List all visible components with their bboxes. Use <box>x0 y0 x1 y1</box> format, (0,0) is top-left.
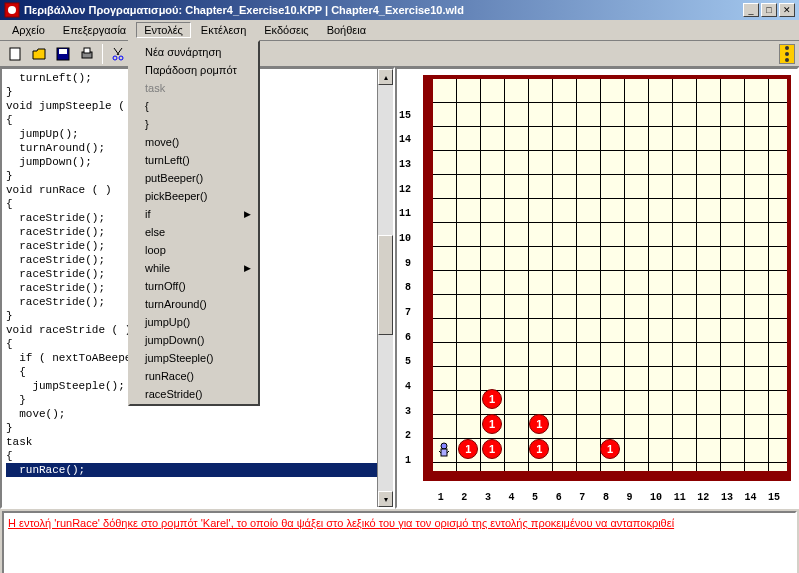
close-button[interactable]: ✕ <box>779 3 795 17</box>
scroll-down-button[interactable]: ▾ <box>378 491 393 507</box>
dropdown-item-task: task <box>131 79 257 97</box>
x-axis-label: 8 <box>603 492 609 503</box>
y-axis-label: 12 <box>399 184 411 195</box>
stoplight-icon <box>779 44 795 64</box>
robot-icon <box>435 441 453 459</box>
dropdown-item-else[interactable]: else <box>131 223 257 241</box>
svg-rect-4 <box>59 49 67 54</box>
app-icon <box>4 2 20 18</box>
menu-edit[interactable]: Επεξεργασία <box>55 22 134 38</box>
world-view[interactable]: 1111111 12345678910111213141512345678910… <box>395 67 799 509</box>
svg-point-1 <box>8 6 16 14</box>
x-axis-label: 5 <box>532 492 538 503</box>
grid-area: 1111111 <box>423 75 791 481</box>
status-panel: Η εντολή 'runRace' δόθηκε στο ρομπότ 'Ka… <box>2 511 797 573</box>
dropdown-item-if[interactable]: if▶ <box>131 205 257 223</box>
window-controls: _ □ ✕ <box>743 3 795 17</box>
x-axis-label: 15 <box>768 492 780 503</box>
x-axis-label: 2 <box>461 492 467 503</box>
menubar: Αρχείο Επεξεργασία Εντολές Εκτέλεση Εκδό… <box>0 20 799 41</box>
x-axis-label: 12 <box>697 492 709 503</box>
scroll-thumb[interactable] <box>378 235 393 335</box>
menu-commands[interactable]: Εντολές <box>136 22 191 38</box>
status-text: Η εντολή 'runRace' δόθηκε στο ρομπότ 'Ka… <box>8 517 674 529</box>
dropdown-item-racestride[interactable]: raceStride() <box>131 385 257 403</box>
x-axis-label: 11 <box>674 492 686 503</box>
dropdown-item-turnleft[interactable]: turnLeft() <box>131 151 257 169</box>
open-button[interactable] <box>28 43 50 65</box>
y-axis-label: 5 <box>405 356 411 367</box>
x-axis-label: 14 <box>745 492 757 503</box>
dropdown-item-[interactable]: Νέα συνάρτηση <box>131 43 257 61</box>
code-line[interactable]: { <box>6 449 389 463</box>
y-axis-label: 1 <box>405 455 411 466</box>
dropdown-item-pickbeeper[interactable]: pickBeeper() <box>131 187 257 205</box>
code-line[interactable]: task <box>6 435 389 449</box>
submenu-arrow-icon: ▶ <box>244 209 251 219</box>
titlebar-text: Περιβάλλον Προγραματισμού: Chapter4_Exer… <box>24 4 743 16</box>
y-axis-label: 11 <box>399 208 411 219</box>
cut-button[interactable] <box>107 43 129 65</box>
dropdown-item-putbeeper[interactable]: putBeeper() <box>131 169 257 187</box>
print-button[interactable] <box>76 43 98 65</box>
code-line[interactable]: } <box>6 421 389 435</box>
maximize-button[interactable]: □ <box>761 3 777 17</box>
scroll-up-button[interactable]: ▴ <box>378 69 393 85</box>
dropdown-item-[interactable]: } <box>131 115 257 133</box>
dropdown-item-turnaround[interactable]: turnAround() <box>131 295 257 313</box>
svg-point-9 <box>441 443 447 449</box>
x-axis-label: 1 <box>438 492 444 503</box>
submenu-arrow-icon: ▶ <box>244 263 251 273</box>
menu-file[interactable]: Αρχείο <box>4 22 53 38</box>
toolbar <box>0 41 799 67</box>
y-axis-label: 4 <box>405 381 411 392</box>
menu-run[interactable]: Εκτέλεση <box>193 22 254 38</box>
y-axis-label: 10 <box>399 233 411 244</box>
svg-rect-6 <box>84 48 90 53</box>
beeper: 1 <box>600 439 620 459</box>
y-axis-label: 6 <box>405 332 411 343</box>
y-axis-label: 7 <box>405 307 411 318</box>
main-area: turnLeft();}void jumpSteeple ( ){ jumpUp… <box>0 67 799 509</box>
beeper: 1 <box>482 414 502 434</box>
dropdown-item-move[interactable]: move() <box>131 133 257 151</box>
toolbar-separator <box>102 44 103 64</box>
beeper: 1 <box>458 439 478 459</box>
dropdown-item-jumpup[interactable]: jumpUp() <box>131 313 257 331</box>
code-line[interactable]: move(); <box>6 407 389 421</box>
dropdown-item-loop[interactable]: loop <box>131 241 257 259</box>
svg-point-7 <box>113 56 117 60</box>
dropdown-item-jumpdown[interactable]: jumpDown() <box>131 331 257 349</box>
titlebar: Περιβάλλον Προγραματισμού: Chapter4_Exer… <box>0 0 799 20</box>
new-button[interactable] <box>4 43 26 65</box>
beeper: 1 <box>529 439 549 459</box>
dropdown-item-[interactable]: { <box>131 97 257 115</box>
y-axis-label: 14 <box>399 134 411 145</box>
menu-versions[interactable]: Εκδόσεις <box>256 22 316 38</box>
svg-point-8 <box>119 56 123 60</box>
x-axis-label: 7 <box>579 492 585 503</box>
svg-rect-10 <box>441 449 447 456</box>
dropdown-item-jumpsteeple[interactable]: jumpSteeple() <box>131 349 257 367</box>
y-axis-label: 9 <box>405 258 411 269</box>
grid-background <box>433 79 787 471</box>
x-axis-label: 9 <box>627 492 633 503</box>
x-axis-label: 10 <box>650 492 662 503</box>
x-axis-label: 3 <box>485 492 491 503</box>
code-line[interactable]: runRace(); <box>6 463 389 477</box>
code-scrollbar[interactable]: ▴ ▾ <box>377 69 393 507</box>
x-axis-label: 4 <box>509 492 515 503</box>
y-axis-label: 15 <box>399 110 411 121</box>
dropdown-item-turnoff[interactable]: turnOff() <box>131 277 257 295</box>
dropdown-item-[interactable]: Παράδοση ρομπότ <box>131 61 257 79</box>
minimize-button[interactable]: _ <box>743 3 759 17</box>
save-button[interactable] <box>52 43 74 65</box>
y-axis-label: 8 <box>405 282 411 293</box>
svg-rect-2 <box>10 48 20 60</box>
y-axis-label: 3 <box>405 406 411 417</box>
beeper: 1 <box>482 439 502 459</box>
x-axis-label: 6 <box>556 492 562 503</box>
menu-help[interactable]: Βοήθεια <box>319 22 374 38</box>
dropdown-item-while[interactable]: while▶ <box>131 259 257 277</box>
dropdown-item-runrace[interactable]: runRace() <box>131 367 257 385</box>
